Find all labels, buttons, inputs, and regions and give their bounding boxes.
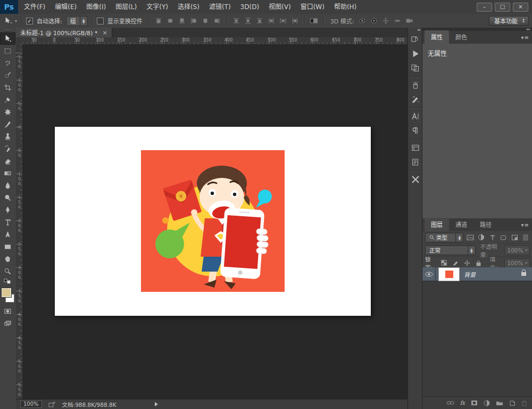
- align-bottom-edges-icon[interactable]: [177, 17, 187, 25]
- filter-toggle-icon[interactable]: [521, 233, 530, 242]
- layer-comps-panel-icon[interactable]: [408, 141, 422, 155]
- layer-thumbnail[interactable]: [439, 268, 459, 281]
- menu-view[interactable]: 视图(V): [264, 0, 296, 14]
- distribute-horizontal-centers-icon[interactable]: [278, 17, 288, 25]
- tab-channels[interactable]: 通道: [449, 218, 473, 231]
- type-tool[interactable]: [0, 216, 15, 228]
- new-adjustment-layer-icon[interactable]: [484, 400, 490, 406]
- brush-presets-panel-icon[interactable]: [408, 92, 422, 107]
- new-group-icon[interactable]: [496, 400, 503, 406]
- tab-color[interactable]: 颜色: [449, 30, 473, 44]
- crop-tool[interactable]: [0, 81, 15, 94]
- brush-tool[interactable]: [0, 118, 15, 130]
- tab-paths[interactable]: 路径: [473, 218, 498, 231]
- distribute-vertical-centers-icon[interactable]: [243, 17, 253, 25]
- align-horizontal-centers-icon[interactable]: [201, 17, 211, 25]
- status-options-arrow-icon[interactable]: [155, 402, 158, 406]
- distribute-top-edges-icon[interactable]: [231, 17, 242, 25]
- preset-dropdown-arrow[interactable]: ▾: [15, 19, 17, 23]
- export-icon[interactable]: [48, 402, 56, 407]
- lock-all-icon[interactable]: [474, 259, 483, 267]
- quick-selection-tool[interactable]: [0, 69, 15, 81]
- distribute-left-edges-icon[interactable]: [267, 17, 277, 25]
- align-top-edges-icon[interactable]: [154, 17, 164, 25]
- toolbar-grip[interactable]: [0, 28, 16, 32]
- hand-tool[interactable]: [0, 253, 15, 265]
- actions-panel-icon[interactable]: [408, 46, 422, 61]
- zoom-level-field[interactable]: 100%: [20, 400, 42, 408]
- zoom-tool[interactable]: [0, 265, 15, 277]
- maximize-button[interactable]: □: [495, 3, 510, 12]
- layer-visibility-toggle[interactable]: [422, 267, 436, 281]
- menu-help[interactable]: 帮助(H): [329, 0, 361, 14]
- menu-image[interactable]: 图像(I): [81, 0, 111, 14]
- 3d-rotate-icon[interactable]: [358, 17, 368, 25]
- clone-source-panel-icon[interactable]: [408, 61, 422, 75]
- menu-window[interactable]: 窗口(W): [296, 0, 329, 14]
- minimize-button[interactable]: –: [477, 3, 492, 12]
- delete-layer-icon[interactable]: [521, 400, 527, 406]
- spot-healing-brush-tool[interactable]: [0, 106, 15, 118]
- 3d-drag-icon[interactable]: [381, 17, 391, 25]
- menu-filter[interactable]: 滤镜(T): [204, 0, 236, 14]
- filter-smart-objects-icon[interactable]: [510, 233, 519, 242]
- lock-transparency-icon[interactable]: [440, 259, 449, 267]
- tab-layers[interactable]: 图层: [425, 218, 449, 231]
- link-layers-icon[interactable]: [446, 400, 454, 405]
- rectangle-shape-tool[interactable]: [0, 241, 15, 253]
- path-selection-tool[interactable]: [0, 228, 15, 241]
- document-tab-close-icon[interactable]: ×: [102, 29, 107, 36]
- pen-tool[interactable]: [0, 204, 15, 216]
- measure-tools-icon[interactable]: [408, 172, 422, 186]
- 3d-slide-icon[interactable]: [393, 17, 403, 25]
- blend-mode-select[interactable]: 正常 ▲▼: [425, 246, 476, 255]
- auto-select-target-select[interactable]: 组 ▲▼: [66, 16, 88, 26]
- auto-select-checkbox[interactable]: ✓: [26, 18, 33, 24]
- blur-tool[interactable]: [0, 179, 15, 192]
- menu-select[interactable]: 选择(S): [173, 0, 204, 14]
- align-right-edges-icon[interactable]: [212, 17, 222, 25]
- screen-mode-button[interactable]: [0, 317, 15, 330]
- foreground-color-swatch[interactable]: [2, 288, 11, 297]
- new-layer-icon[interactable]: [509, 400, 516, 406]
- tab-properties[interactable]: 属性: [425, 30, 449, 44]
- show-transform-checkbox[interactable]: ✓: [97, 18, 104, 24]
- rectangular-marquee-tool[interactable]: [0, 45, 15, 57]
- eraser-tool[interactable]: [0, 155, 15, 167]
- menu-type[interactable]: 文字(Y): [142, 0, 173, 14]
- brush-panel-icon[interactable]: [408, 78, 422, 92]
- menu-layer[interactable]: 图层(L): [111, 0, 142, 14]
- history-brush-tool[interactable]: [0, 143, 15, 155]
- clone-stamp-tool[interactable]: [0, 130, 15, 143]
- filter-type-layers-icon[interactable]: [488, 233, 497, 242]
- filter-pixel-layers-icon[interactable]: [466, 233, 475, 242]
- move-tool-preset-icon[interactable]: [3, 17, 13, 25]
- notes-panel-icon[interactable]: [408, 155, 422, 169]
- lock-position-icon[interactable]: [463, 259, 472, 267]
- dodge-tool[interactable]: [0, 192, 15, 204]
- panel-menu-icon[interactable]: ▾≡: [521, 222, 529, 228]
- layer-row-background[interactable]: 背景: [422, 267, 532, 281]
- close-button[interactable]: ×: [513, 3, 528, 12]
- expand-dock-icon[interactable]: ◂▸: [408, 28, 422, 32]
- paragraph-panel-icon[interactable]: [408, 124, 422, 138]
- opacity-field[interactable]: 100% ▾: [504, 246, 530, 255]
- filter-shape-layers-icon[interactable]: [500, 233, 508, 242]
- menu-3d[interactable]: 3D(D): [236, 0, 264, 14]
- canvas[interactable]: ¥: [55, 127, 371, 316]
- distribute-bottom-edges-icon[interactable]: [255, 17, 265, 25]
- lasso-tool[interactable]: [0, 57, 15, 69]
- layer-style-icon[interactable]: fx: [460, 400, 465, 406]
- document-tab[interactable]: 未标题-1 @ 100%(RGB/8) * ×: [16, 28, 112, 37]
- lock-pixels-icon[interactable]: [451, 259, 460, 267]
- filter-adjustment-layers-icon[interactable]: [477, 233, 486, 242]
- layer-name[interactable]: 背景: [464, 270, 521, 279]
- pasteboard[interactable]: ¥: [22, 44, 408, 399]
- quick-mask-mode-button[interactable]: [0, 305, 15, 317]
- 3d-roll-icon[interactable]: [369, 17, 379, 25]
- distribute-right-edges-icon[interactable]: [290, 17, 300, 25]
- menu-edit[interactable]: 编辑(E): [50, 0, 81, 14]
- 3d-scale-icon[interactable]: [404, 17, 414, 25]
- history-panel-icon[interactable]: [408, 32, 422, 46]
- align-left-edges-icon[interactable]: [189, 17, 199, 25]
